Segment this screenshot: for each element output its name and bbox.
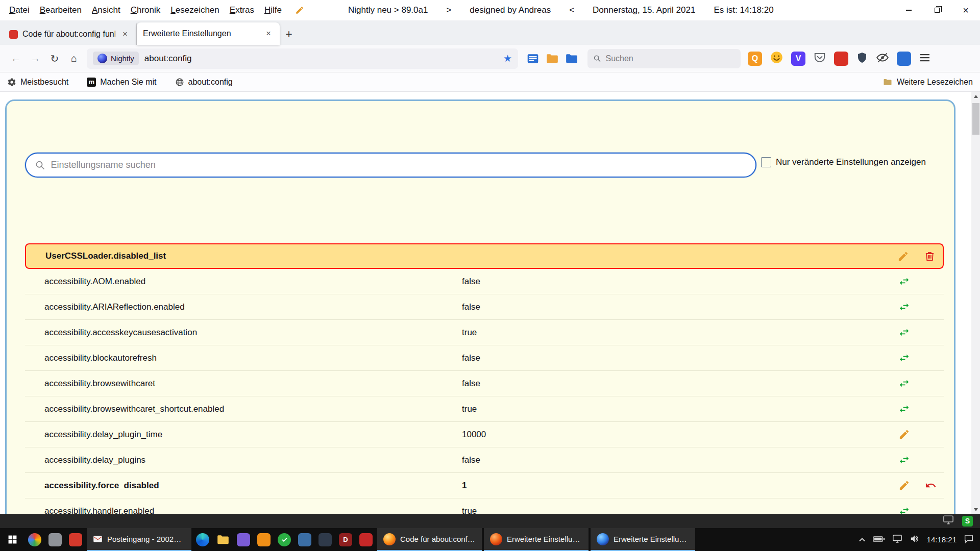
pinned-app-icon[interactable]	[45, 528, 65, 551]
edit-pref-button[interactable]	[891, 477, 917, 495]
network-icon[interactable]	[892, 534, 902, 545]
close-button[interactable]: ×	[951, 0, 980, 20]
action-center-icon[interactable]	[964, 534, 974, 545]
start-button[interactable]	[0, 528, 24, 551]
reset-pref-button[interactable]	[917, 477, 944, 495]
pref-row[interactable]: UserCSSLoader.disabled_list	[25, 243, 944, 269]
app-menu-icon[interactable]	[919, 52, 931, 66]
nightly-identity-chip[interactable]: Nightly	[93, 52, 139, 65]
mail-task-button[interactable]: Posteingang - 2002An...	[87, 528, 191, 551]
nightly-task-button[interactable]: Erweiterte Einstellung...	[591, 528, 695, 551]
red-extension-icon[interactable]	[834, 52, 848, 66]
forward-button[interactable]: →	[26, 49, 45, 68]
pinned-app-icon[interactable]	[315, 528, 335, 551]
pinned-app-icon[interactable]	[274, 528, 295, 551]
minimize-button[interactable]	[894, 0, 923, 20]
bookmark-about-config[interactable]: about:config	[175, 78, 233, 87]
bookmarks-folder-icon[interactable]	[562, 52, 581, 65]
menu-ansicht[interactable]: Ansicht	[87, 0, 126, 20]
pref-row[interactable]: accessibility.browsewithcaret false	[25, 371, 944, 396]
url-text[interactable]: about:config	[144, 54, 192, 64]
pref-row[interactable]: accessibility.blockautorefresh false	[25, 345, 944, 371]
edit-pref-button[interactable]	[891, 425, 917, 444]
bookmark-meistbesucht[interactable]: Meistbesucht	[7, 78, 68, 87]
pref-row[interactable]: accessibility.browsewithcaret_shortcut.e…	[25, 396, 944, 422]
pocket-icon[interactable]	[813, 51, 826, 66]
restore-button[interactable]	[923, 0, 951, 20]
pref-row[interactable]: accessibility.AOM.enabled false	[25, 269, 944, 294]
pref-search-input[interactable]	[51, 160, 747, 170]
toggle-pref-button[interactable]	[891, 502, 917, 514]
pref-row[interactable]: accessibility.force_disabled 1	[25, 473, 944, 498]
vertical-scrollbar[interactable]	[971, 92, 980, 514]
pref-row[interactable]: accessibility.ARIAReflection.enabled fal…	[25, 294, 944, 320]
menu-datei[interactable]: Datei	[4, 0, 35, 20]
firefox-task-button[interactable]: Code für about:config...	[377, 528, 482, 551]
toggle-pref-button[interactable]	[891, 349, 917, 367]
eye-slash-icon[interactable]	[876, 51, 889, 66]
pinned-app-icon[interactable]	[254, 528, 274, 551]
pinned-app-icon[interactable]: D	[335, 528, 356, 551]
pref-search-box[interactable]	[25, 153, 756, 178]
pinned-app-icon[interactable]	[65, 528, 86, 551]
battery-icon[interactable]	[873, 535, 885, 544]
more-bookmarks-button[interactable]: Weitere Lesezeichen	[883, 78, 973, 87]
display-icon[interactable]	[943, 515, 954, 527]
home-button[interactable]: ⌂	[64, 49, 84, 68]
modified-only-checkbox[interactable]	[761, 157, 771, 167]
pref-row[interactable]: accessibility.accesskeycausesactivation …	[25, 320, 944, 345]
new-tab-button[interactable]: +	[280, 23, 298, 45]
tray-clock[interactable]: 14:18:21	[927, 535, 957, 544]
scrollbar-thumb[interactable]	[972, 103, 979, 135]
pref-row[interactable]: accessibility.delay_plugin_time 10000	[25, 422, 944, 447]
tab-close-icon[interactable]: ×	[263, 29, 274, 39]
menu-lesezeichen[interactable]: Lesezeichen	[165, 0, 224, 20]
toggle-pref-button[interactable]	[891, 374, 917, 393]
edit-pref-button[interactable]	[890, 247, 916, 265]
volume-icon[interactable]	[910, 535, 920, 545]
pinned-app-icon[interactable]	[192, 528, 213, 551]
firefox-task-button[interactable]: Erweiterte Einstellung...	[484, 528, 589, 551]
pinned-app-icon[interactable]	[356, 528, 376, 551]
toggle-pref-button[interactable]	[891, 451, 917, 469]
bookmark-machen-sie-mit[interactable]: m Machen Sie mit	[87, 78, 156, 87]
menu-chronik[interactable]: Chronik	[126, 0, 166, 20]
toggle-pref-button[interactable]	[891, 272, 917, 291]
session-manager-extension-icon[interactable]	[523, 52, 543, 65]
toolbar-search-input[interactable]	[606, 54, 736, 63]
tab-erweiterte-einstellungen[interactable]: Erweiterte Einstellungen ×	[137, 22, 280, 45]
pref-row[interactable]: accessibility.handler.enabled true	[25, 498, 944, 514]
pinned-app-icon[interactable]	[295, 528, 315, 551]
q-extension-icon[interactable]: Q	[748, 52, 762, 66]
delete-pref-button[interactable]	[916, 247, 943, 265]
menu-hilfe[interactable]: Hilfe	[259, 0, 287, 20]
tab-title: Code für about:config funkt	[22, 30, 115, 39]
pinned-app-icon[interactable]	[233, 528, 254, 551]
tracking-shield-icon[interactable]	[856, 52, 868, 66]
downloads-folder-icon[interactable]	[543, 52, 562, 65]
pref-row[interactable]: accessibility.delay_plugins false	[25, 447, 944, 473]
modified-only-label: Nur veränderte Einstellungen anzeigen	[776, 157, 926, 167]
file-explorer-icon[interactable]	[213, 528, 233, 551]
v-extension-icon[interactable]: V	[791, 52, 805, 66]
url-bar[interactable]: Nightly about:config ★	[87, 48, 518, 69]
s-app-icon[interactable]: S	[962, 516, 973, 527]
tab-close-icon[interactable]: ×	[120, 29, 130, 39]
modified-only-filter[interactable]: Nur veränderte Einstellungen anzeigen	[761, 157, 926, 167]
toolbar-search[interactable]	[587, 49, 741, 68]
back-button[interactable]: ←	[6, 49, 26, 68]
menu-bearbeiten[interactable]: Bearbeiten	[35, 0, 87, 20]
scroll-up-button[interactable]	[971, 92, 980, 101]
tray-expand-icon[interactable]	[859, 535, 866, 544]
reload-button[interactable]: ↻	[45, 49, 64, 68]
pinned-app-icon[interactable]	[24, 528, 45, 551]
tab-code-about-config[interactable]: Code für about:config funkt ×	[3, 23, 137, 45]
toggle-pref-button[interactable]	[891, 298, 917, 316]
scroll-down-button[interactable]	[971, 505, 980, 514]
toggle-pref-button[interactable]	[891, 400, 917, 418]
toggle-pref-button[interactable]	[891, 323, 917, 342]
menu-extras[interactable]: Extras	[225, 0, 259, 20]
bookmark-star-icon[interactable]: ★	[503, 53, 512, 64]
emoji-extension-icon[interactable]	[770, 51, 783, 66]
blue-extension-icon[interactable]	[897, 52, 911, 66]
